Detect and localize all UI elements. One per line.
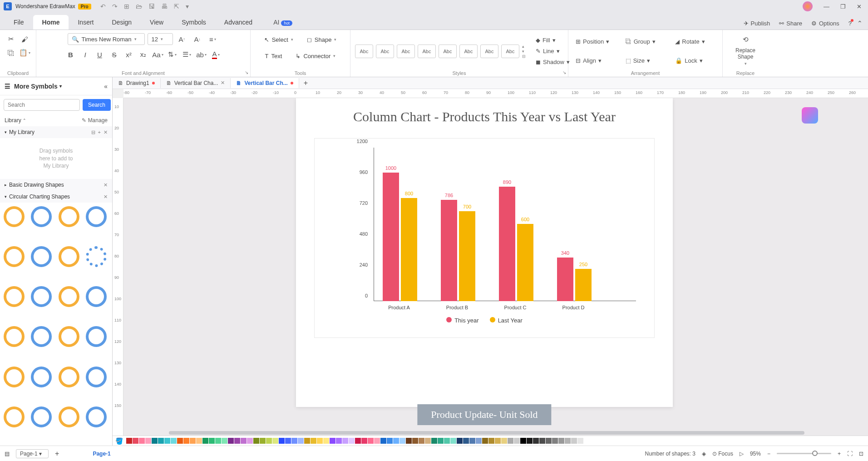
color-swatch[interactable] — [215, 438, 221, 444]
color-swatch[interactable] — [183, 438, 189, 444]
share-link[interactable]: ⚯ Share — [779, 20, 802, 27]
shape-thumb[interactable] — [59, 406, 79, 427]
library-label[interactable]: Library — [5, 117, 21, 124]
shape-thumb[interactable] — [86, 406, 107, 427]
tab-file[interactable]: File — [5, 15, 33, 30]
shape-thumb[interactable] — [86, 206, 107, 227]
style-preset-4[interactable]: Abc — [418, 45, 436, 58]
color-swatch[interactable] — [272, 438, 278, 444]
zoom-slider[interactable] — [777, 453, 831, 454]
font-color-icon[interactable]: A▾ — [210, 48, 222, 61]
undo-icon[interactable]: ↶ — [100, 3, 106, 10]
color-swatch[interactable] — [520, 438, 526, 444]
zoom-out-button[interactable]: − — [767, 451, 770, 457]
new-icon[interactable]: ⊞ — [124, 3, 129, 10]
color-swatch[interactable] — [457, 438, 463, 444]
shape-thumb[interactable] — [31, 286, 52, 307]
color-swatch[interactable] — [463, 438, 469, 444]
zoom-in-button[interactable]: + — [838, 451, 841, 457]
color-swatch[interactable] — [285, 438, 291, 444]
paste-icon[interactable]: 📋▾ — [19, 46, 31, 59]
color-swatch[interactable] — [222, 438, 227, 444]
shape-thumb[interactable] — [86, 246, 107, 267]
close-button[interactable]: ✕ — [854, 3, 864, 10]
align-button[interactable]: ⊟ Align ▾ — [573, 56, 618, 65]
italic-icon[interactable]: I — [79, 48, 92, 61]
mylib-import-icon[interactable]: ⊟ — [91, 129, 95, 135]
tab-advanced[interactable]: Advanced — [215, 15, 261, 30]
fill-bucket-icon[interactable]: 🪣 — [115, 437, 123, 445]
color-swatch[interactable] — [438, 438, 444, 444]
fit-page-icon[interactable]: ⛶ — [847, 451, 853, 457]
doctab-vbar1[interactable]: 🗎 Vertical Bar Cha...✕ — [161, 78, 231, 88]
maximize-button[interactable]: ❐ — [838, 3, 848, 10]
add-page-button[interactable]: + — [55, 450, 59, 458]
color-swatch[interactable] — [558, 438, 564, 444]
tab-design[interactable]: Design — [103, 15, 141, 30]
sidebar-collapse-icon[interactable]: « — [104, 83, 108, 90]
tab-view[interactable]: View — [141, 15, 173, 30]
user-avatar[interactable] — [803, 1, 813, 11]
copy-icon[interactable]: ⿻ — [5, 46, 18, 59]
color-swatch[interactable] — [145, 438, 151, 444]
color-swatch[interactable] — [196, 438, 202, 444]
color-swatch[interactable] — [304, 438, 310, 444]
doctab-vbar2[interactable]: 🗎 Vertical Bar Ch... — [231, 78, 299, 88]
bullets-icon[interactable]: ☰▾ — [181, 48, 193, 61]
section-my-library[interactable]: ▾My Library ⊟ + ✕ — [0, 126, 112, 138]
shape-thumb[interactable] — [4, 406, 25, 427]
shape-thumb[interactable] — [4, 286, 25, 307]
color-swatch[interactable] — [241, 438, 247, 444]
focus-button[interactable]: ⊙ Focus — [712, 451, 733, 457]
color-swatch[interactable] — [533, 438, 539, 444]
text-align-icon[interactable]: ≡▾ — [207, 33, 219, 45]
highlight-icon[interactable]: ab▾ — [195, 48, 208, 61]
group-button[interactable]: ⿻ Group ▾ — [623, 37, 668, 46]
shape-tool[interactable]: ◻ Shape▾ — [302, 33, 342, 46]
color-swatch[interactable] — [158, 438, 164, 444]
color-swatch[interactable] — [476, 438, 482, 444]
color-swatch[interactable] — [514, 438, 520, 444]
increase-font-icon[interactable]: A↑ — [176, 33, 188, 45]
options-link[interactable]: ⚙ Options — [811, 20, 839, 27]
shape-thumb[interactable] — [4, 246, 25, 267]
color-swatch[interactable] — [234, 438, 240, 444]
help-link[interactable]: ? — [848, 20, 852, 27]
format-painter-icon[interactable]: 🖌 — [19, 33, 31, 45]
doctab-close-icon[interactable]: ✕ — [221, 80, 225, 86]
shadow-button[interactable]: ◼ Shadow ▾ — [533, 57, 572, 67]
color-swatch[interactable] — [368, 438, 374, 444]
color-swatch[interactable] — [355, 438, 361, 444]
shape-thumb[interactable] — [86, 326, 107, 347]
color-swatch[interactable] — [539, 438, 545, 444]
save-icon[interactable]: 🖫 — [148, 3, 155, 10]
strike-icon[interactable]: S — [108, 48, 121, 61]
color-swatch[interactable] — [139, 438, 145, 444]
color-swatch[interactable] — [164, 438, 170, 444]
mylib-close-icon[interactable]: ✕ — [104, 129, 108, 135]
connector-tool[interactable]: ↳ Connector▾ — [291, 49, 340, 63]
shape-thumb[interactable] — [59, 206, 79, 227]
fit-width-icon[interactable]: ⊡ — [859, 451, 863, 457]
color-swatch[interactable] — [228, 438, 234, 444]
page-link[interactable]: Page-1 — [93, 451, 110, 457]
collapse-ribbon-icon[interactable]: ⌃ — [856, 20, 863, 27]
color-swatch[interactable] — [190, 438, 196, 444]
cut-icon[interactable]: ✂ — [5, 33, 18, 45]
color-swatch[interactable] — [349, 438, 355, 444]
style-preset-7[interactable]: Abc — [480, 45, 498, 58]
color-swatch[interactable] — [298, 438, 304, 444]
shape-thumb[interactable] — [31, 326, 52, 347]
color-swatch[interactable] — [508, 438, 513, 444]
shape-thumb[interactable] — [4, 206, 25, 227]
page-select[interactable]: Page-1 ▾ — [16, 449, 49, 458]
tab-ai[interactable]: AIhot — [264, 15, 301, 30]
style-preset-3[interactable]: Abc — [397, 45, 415, 58]
color-swatch[interactable] — [571, 438, 577, 444]
color-swatch[interactable] — [482, 438, 488, 444]
color-swatch[interactable] — [387, 438, 393, 444]
styles-launcher-icon[interactable]: ↘ — [562, 70, 566, 75]
tab-symbols[interactable]: Symbols — [173, 15, 215, 30]
open-icon[interactable]: 🗁 — [136, 3, 142, 10]
style-prev-icon[interactable]: ▴ — [522, 44, 526, 49]
